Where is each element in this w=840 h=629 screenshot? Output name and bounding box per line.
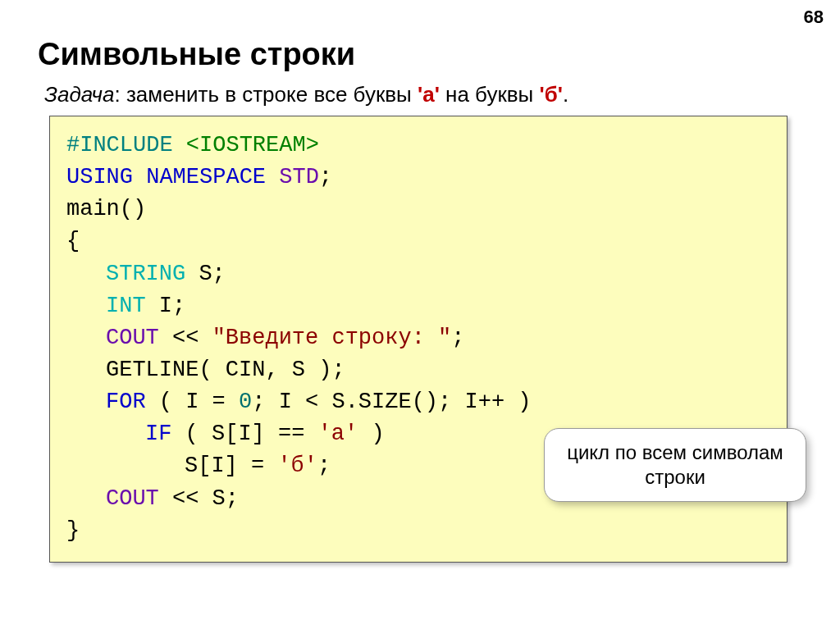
semi3: ; bbox=[317, 454, 331, 478]
for-mid: ; I < S. bbox=[252, 390, 358, 414]
code-line-9: FOR ( I = 0; I < S.SIZE(); I++ ) bbox=[66, 386, 770, 418]
cout-rest: << S; bbox=[159, 486, 239, 511]
include-kw: INCLUDE bbox=[80, 133, 172, 157]
code-line-7: COUT << "Введите строку: "; bbox=[66, 322, 770, 354]
task-mid: на буквы bbox=[440, 82, 540, 107]
task-text1: : заменить в строке все буквы bbox=[114, 82, 418, 107]
semi: ; bbox=[319, 165, 332, 189]
code-line-2: USING NAMESPACE STD; bbox=[66, 162, 770, 194]
if-open: ( S[I] == bbox=[171, 422, 317, 446]
size: SIZE bbox=[358, 390, 412, 414]
var-s: S; bbox=[185, 262, 226, 286]
code-line-4: { bbox=[66, 226, 770, 258]
hash: # bbox=[66, 133, 80, 157]
task-end: . bbox=[563, 82, 568, 107]
for-close: (); I++ ) bbox=[412, 390, 532, 414]
string-literal: "Введите строку: " bbox=[212, 326, 452, 350]
namespace-kw: NAMESPACE bbox=[146, 165, 279, 189]
op: << bbox=[159, 326, 212, 350]
char-a: 'а' bbox=[318, 422, 358, 446]
code-line-5: STRING S; bbox=[66, 258, 770, 290]
code-line-6: INT I; bbox=[66, 290, 770, 322]
assign-lhs: S[I] = bbox=[185, 454, 277, 478]
var-i: I; bbox=[146, 294, 186, 318]
task-label: Задача bbox=[44, 82, 114, 107]
int-kw: INT bbox=[106, 294, 146, 318]
char-b: 'б' bbox=[277, 454, 317, 478]
code-line-8: GETLINE( CIN, S ); bbox=[66, 354, 770, 386]
string-kw: STRING bbox=[106, 262, 185, 286]
code-line-13: } bbox=[66, 515, 770, 547]
cout-kw2: COUT bbox=[106, 486, 159, 511]
cout-kw: COUT bbox=[106, 326, 159, 350]
callout-box: цикл по всем символам строки bbox=[544, 428, 806, 502]
std-kw: STD bbox=[279, 165, 319, 189]
semi2: ; bbox=[451, 326, 464, 350]
task-char-a: 'а' bbox=[418, 82, 440, 107]
page-number: 68 bbox=[804, 7, 824, 28]
zero: 0 bbox=[239, 390, 252, 414]
for-open: ( I = bbox=[146, 390, 239, 414]
code-block: #INCLUDE <IOSTREAM> USING NAMESPACE STD;… bbox=[49, 116, 788, 563]
task-char-b: 'б' bbox=[540, 82, 563, 107]
task-description: Задача: заменить в строке все буквы 'а' … bbox=[44, 82, 840, 107]
code-line-3: main() bbox=[66, 194, 770, 226]
for-kw: FOR bbox=[106, 390, 146, 414]
if-kw: IF bbox=[145, 422, 171, 446]
code-line-1: #INCLUDE <IOSTREAM> bbox=[66, 130, 770, 162]
using-kw: USING bbox=[66, 165, 146, 189]
slide-heading: Символьные строки bbox=[38, 37, 840, 72]
if-close: ) bbox=[358, 422, 384, 446]
iostream: <IOSTREAM> bbox=[173, 133, 319, 157]
